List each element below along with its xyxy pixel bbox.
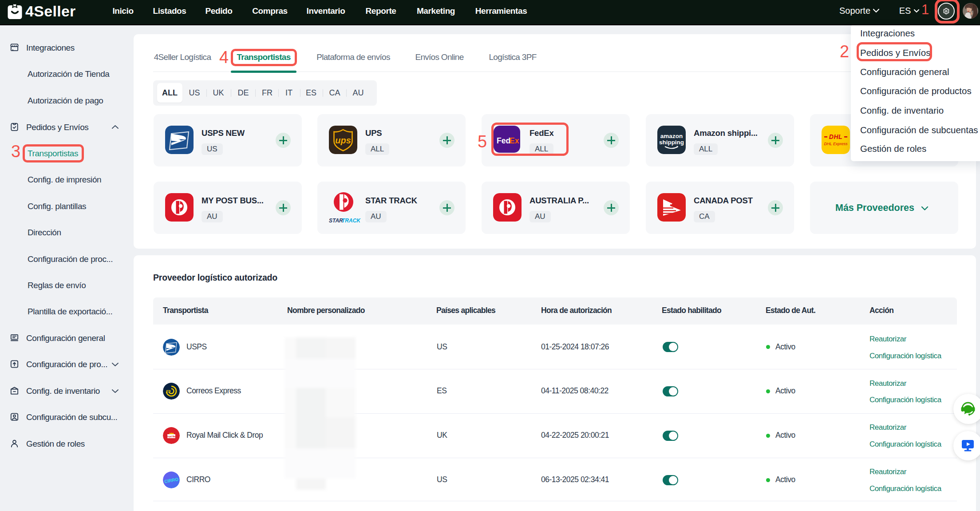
svg-text:Royal Mail: Royal Mail <box>166 436 177 438</box>
svg-text:TRACK: TRACK <box>342 218 361 224</box>
svg-text:DHL: DHL <box>829 133 842 140</box>
svg-text:shipping: shipping <box>659 139 684 146</box>
svg-text:amazon: amazon <box>660 133 683 139</box>
svg-text:ups: ups <box>335 135 351 145</box>
svg-text:STAR: STAR <box>329 218 343 224</box>
svg-text:DHL Express: DHL Express <box>824 142 848 146</box>
